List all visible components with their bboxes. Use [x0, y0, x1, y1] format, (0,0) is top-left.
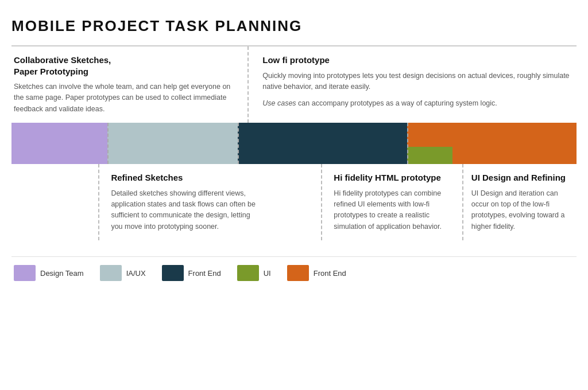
hifi-body: Hi fidelity prototypes can combine refin… — [334, 188, 454, 233]
bar-ia-ux — [107, 123, 237, 164]
bottom-hifi: Hi fidelity HTML prototype Hi fidelity p… — [322, 164, 462, 240]
page-title: MOBILE PROJECT TASK PLANNING — [11, 17, 577, 35]
legend-swatch-front-end-2 — [287, 265, 309, 281]
bottom-section: Refined Sketches Detailed sketches showi… — [11, 164, 577, 240]
bar-design-team — [11, 123, 107, 164]
top-right-panel: Low fi prototype Quickly moving into pro… — [249, 46, 577, 123]
bar-gap — [407, 123, 577, 164]
legend-label-ui: UI — [264, 269, 271, 278]
legend-label-front-end-1: Front End — [188, 269, 221, 278]
bottom-uidesign: UI Design and Refining UI Design and ite… — [462, 164, 577, 240]
legend-label-ia-ux: IA/UX — [126, 269, 146, 278]
bottom-gap — [272, 164, 322, 240]
page: MOBILE PROJECT TASK PLANNING Collaborati… — [0, 0, 588, 390]
bottom-refined: Refined Sketches Detailed sketches showi… — [98, 164, 272, 240]
legend-ia-ux: IA/UX — [100, 265, 146, 281]
legend-swatch-ia-ux — [100, 265, 122, 281]
legend-ui: UI — [237, 265, 271, 281]
legend-swatch-front-end-1 — [162, 265, 184, 281]
bar-row — [11, 123, 577, 164]
legend-swatch-ui — [237, 265, 259, 281]
refined-body: Detailed sketches showing different view… — [111, 188, 262, 233]
legend: Design Team IA/UX Front End UI Front End — [11, 256, 577, 287]
legend-front-end-1: Front End — [162, 265, 221, 281]
top-section: Collaborative Sketches,Paper Prototyping… — [11, 45, 577, 123]
legend-front-end-2: Front End — [287, 265, 346, 281]
refined-heading: Refined Sketches — [111, 172, 262, 184]
top-left-heading: Collaborative Sketches,Paper Prototyping — [14, 54, 236, 77]
top-right-body2: Use casesUse cases can accompany prototy… — [262, 98, 571, 109]
bar-front-end-1 — [238, 123, 407, 164]
legend-design-team: Design Team — [14, 265, 84, 281]
uidesign-body: UI Design and iteration can occur on top… — [471, 188, 571, 233]
uidesign-heading: UI Design and Refining — [471, 172, 571, 184]
bar-ui — [407, 147, 453, 164]
hifi-heading: Hi fidelity HTML prototype — [334, 172, 454, 184]
top-right-body1: Quickly moving into prototypes lets you … — [262, 71, 571, 93]
top-left-body: Sketches can involve the whole team, and… — [14, 81, 236, 115]
legend-label-front-end-2: Front End — [314, 269, 346, 278]
top-right-heading: Low fi prototype — [262, 54, 571, 66]
top-left-panel: Collaborative Sketches,Paper Prototyping… — [11, 46, 249, 123]
bar-chart — [11, 123, 577, 164]
bottom-right-panels: Hi fidelity HTML prototype Hi fidelity p… — [321, 164, 577, 240]
legend-label-design-team: Design Team — [40, 269, 84, 278]
legend-swatch-design-team — [14, 265, 36, 281]
bottom-empty-left — [11, 164, 98, 240]
